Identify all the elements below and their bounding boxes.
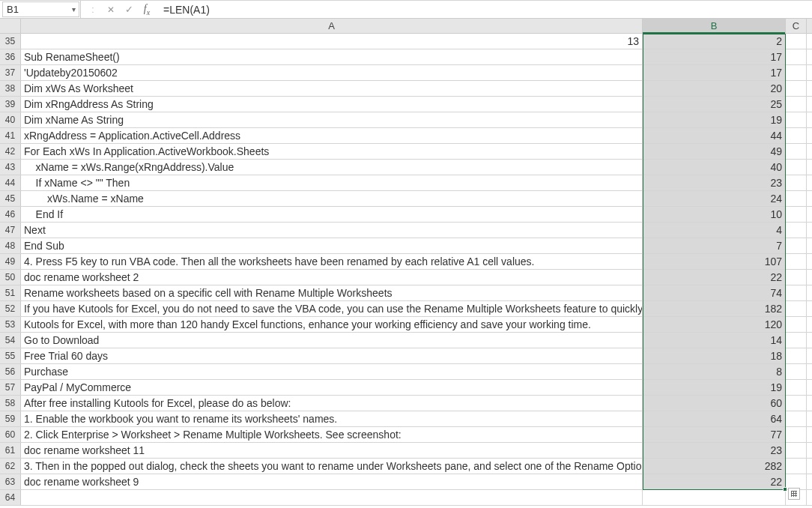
cell-b[interactable]: 14	[643, 333, 786, 348]
cell-b[interactable]: 282	[643, 459, 786, 474]
cell-a[interactable]: xWs.Name = xName	[21, 191, 643, 206]
fx-icon[interactable]: fx	[138, 3, 156, 16]
row-header[interactable]: 41	[0, 128, 21, 143]
row-header[interactable]: 48	[0, 238, 21, 253]
cell-c[interactable]	[786, 396, 807, 411]
cell-b[interactable]: 24	[643, 191, 786, 206]
cell-b[interactable]: 18	[643, 348, 786, 363]
cell-a[interactable]: 4. Press F5 key to run VBA code. Then al…	[21, 254, 643, 269]
cancel-icon[interactable]: ✕	[102, 4, 120, 15]
cell-c[interactable]	[786, 490, 807, 505]
cell-a[interactable]: Dim xName As String	[21, 112, 643, 127]
row-header[interactable]: 55	[0, 348, 21, 363]
cell-a[interactable]	[21, 490, 643, 505]
cell-c[interactable]	[786, 364, 807, 379]
cell-b[interactable]: 20	[643, 81, 786, 96]
row-header[interactable]: 35	[0, 34, 21, 49]
cell-a[interactable]: doc rename worksheet 9	[21, 474, 643, 489]
row-header[interactable]: 46	[0, 207, 21, 222]
row-header[interactable]: 53	[0, 317, 21, 332]
cell-b[interactable]: 107	[643, 254, 786, 269]
cell-b[interactable]: 25	[643, 97, 786, 112]
row-header[interactable]: 47	[0, 223, 21, 238]
cell-b[interactable]: 44	[643, 128, 786, 143]
cell-a[interactable]: Kutools for Excel, with more than 120 ha…	[21, 317, 643, 332]
cell-b[interactable]: 120	[643, 317, 786, 332]
name-box[interactable]: B1 ▾	[2, 1, 79, 17]
cell-a[interactable]: Next	[21, 223, 643, 238]
cell-b[interactable]: 10	[643, 207, 786, 222]
cell-a[interactable]: xName = xWs.Range(xRngAddress).Value	[21, 160, 643, 175]
row-header[interactable]: 37	[0, 65, 21, 80]
cell-c[interactable]	[786, 49, 807, 64]
cell-a[interactable]: 'Updateby20150602	[21, 65, 643, 80]
cell-a[interactable]: Dim xRngAddress As String	[21, 97, 643, 112]
cell-a[interactable]: 2. Click Enterprise > Worksheet > Rename…	[21, 427, 643, 442]
row-header[interactable]: 57	[0, 380, 21, 395]
cell-a[interactable]: Rename worksheets based on a specific ce…	[21, 285, 643, 300]
cell-c[interactable]	[786, 474, 807, 489]
cell-b[interactable]: 17	[643, 49, 786, 64]
row-header[interactable]: 60	[0, 427, 21, 442]
cell-c[interactable]	[786, 223, 807, 238]
cell-c[interactable]	[786, 333, 807, 348]
cell-c[interactable]	[786, 112, 807, 127]
cell-c[interactable]	[786, 144, 807, 159]
cell-c[interactable]	[786, 270, 807, 285]
row-header[interactable]: 43	[0, 160, 21, 175]
cell-c[interactable]	[786, 348, 807, 363]
cell-b[interactable]: 7	[643, 238, 786, 253]
cell-b[interactable]: 74	[643, 285, 786, 300]
cell-c[interactable]	[786, 191, 807, 206]
row-header[interactable]: 56	[0, 364, 21, 379]
cell-c[interactable]	[786, 301, 807, 316]
cell-a[interactable]: xRngAddress = Application.ActiveCell.Add…	[21, 128, 643, 143]
cell-c[interactable]	[786, 81, 807, 96]
cell-b[interactable]: 19	[643, 112, 786, 127]
cell-a[interactable]: If you have Kutools for Excel, you do no…	[21, 301, 643, 316]
cell-a[interactable]: 1. Enable the workbook you want to renam…	[21, 411, 643, 426]
cell-b[interactable]: 19	[643, 380, 786, 395]
cell-b[interactable]: 77	[643, 427, 786, 442]
cell-b[interactable]: 182	[643, 301, 786, 316]
row-header[interactable]: 50	[0, 270, 21, 285]
cell-c[interactable]	[786, 285, 807, 300]
column-header-b[interactable]: B	[643, 19, 786, 33]
cell-a[interactable]: 13	[21, 34, 643, 49]
cell-c[interactable]	[786, 128, 807, 143]
cell-b[interactable]: 23	[643, 443, 786, 458]
cell-a[interactable]: End If	[21, 207, 643, 222]
row-header[interactable]: 63	[0, 474, 21, 489]
cell-a[interactable]: End Sub	[21, 238, 643, 253]
row-header[interactable]: 64	[0, 490, 21, 505]
cell-a[interactable]: After free installing Kutools for Excel,…	[21, 396, 643, 411]
row-header[interactable]: 51	[0, 285, 21, 300]
cell-b[interactable]: 17	[643, 65, 786, 80]
cell-c[interactable]	[786, 34, 807, 49]
row-header[interactable]: 45	[0, 191, 21, 206]
name-box-dropdown-icon[interactable]: ▾	[68, 5, 79, 13]
cell-b[interactable]	[643, 490, 786, 505]
cell-c[interactable]	[786, 254, 807, 269]
cell-c[interactable]	[786, 443, 807, 458]
cell-b[interactable]: 23	[643, 175, 786, 190]
cell-c[interactable]	[786, 427, 807, 442]
cell-b[interactable]: 22	[643, 270, 786, 285]
cell-a[interactable]: Go to Download	[21, 333, 643, 348]
cell-b[interactable]: 60	[643, 396, 786, 411]
cell-a[interactable]: For Each xWs In Application.ActiveWorkbo…	[21, 144, 643, 159]
spreadsheet-grid[interactable]: 3513236Sub RenameSheet()1737'Updateby201…	[0, 34, 812, 506]
cell-c[interactable]	[786, 175, 807, 190]
cell-a[interactable]: If xName <> "" Then	[21, 175, 643, 190]
cell-c[interactable]	[786, 317, 807, 332]
cell-b[interactable]: 8	[643, 364, 786, 379]
cell-c[interactable]	[786, 459, 807, 474]
select-all-corner[interactable]	[0, 19, 21, 33]
row-header[interactable]: 62	[0, 459, 21, 474]
row-header[interactable]: 44	[0, 175, 21, 190]
row-header[interactable]: 38	[0, 81, 21, 96]
cell-b[interactable]: 22	[643, 474, 786, 489]
cell-c[interactable]	[786, 238, 807, 253]
row-header[interactable]: 54	[0, 333, 21, 348]
row-header[interactable]: 39	[0, 97, 21, 112]
